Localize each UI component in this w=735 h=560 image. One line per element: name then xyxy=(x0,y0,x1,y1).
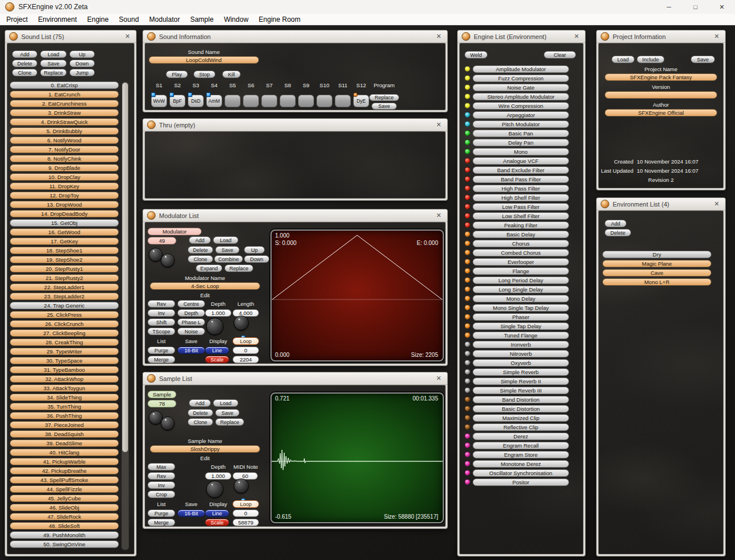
engine-list-item[interactable]: Reflective Clip xyxy=(473,423,569,431)
modulator-index-field[interactable]: 49 xyxy=(148,237,176,244)
menu-item-environment[interactable]: Environment xyxy=(33,14,82,25)
modulator-name-field[interactable]: 4-Sec Loop xyxy=(150,282,260,290)
engine-list-item[interactable]: Peaking Filter xyxy=(473,221,569,229)
sound-list-item[interactable]: 43. SpellPuffSmoke xyxy=(10,476,119,484)
engine-list-item[interactable]: Arpeggiator xyxy=(473,111,569,119)
sound-list-scrollbar[interactable] xyxy=(121,81,129,550)
sound-list-item[interactable]: 49. PushMonolith xyxy=(10,531,119,539)
sound-list-item[interactable]: 36. PushThing xyxy=(10,412,119,419)
midi-knob[interactable] xyxy=(234,479,249,493)
loop-button[interactable]: Loop xyxy=(233,500,259,508)
engine-list-item[interactable]: Long Period Delay xyxy=(473,277,569,284)
stop-button[interactable]: Stop xyxy=(194,71,215,78)
sound-list-item[interactable]: 24. Trap Generic xyxy=(10,302,119,309)
engine-list-item[interactable]: Nitroverb xyxy=(473,350,569,357)
engine-list-item[interactable]: Band Distortion xyxy=(473,396,569,403)
sound-list-item[interactable]: 31. TypeBamboo xyxy=(10,366,119,374)
sound-list-item[interactable]: 18. StepShoe1 xyxy=(10,247,119,254)
sound-list-item[interactable]: 22. StepLadder1 xyxy=(10,283,119,291)
sound-list-item[interactable]: 4. DrinkStrawQuick xyxy=(10,118,119,126)
sound-list-item[interactable]: 40. HitClang xyxy=(10,449,119,456)
line-button[interactable]: Line xyxy=(205,510,229,517)
merge-button[interactable]: Merge xyxy=(148,356,175,363)
sound-list-item[interactable]: 20. StepRusty1 xyxy=(10,265,119,273)
sound-list-item[interactable]: 35. TurnThing xyxy=(10,403,119,410)
sound-list-down-button[interactable]: Down xyxy=(69,60,95,67)
close-icon[interactable]: ✕ xyxy=(434,212,443,219)
engine-list-item[interactable]: High Shelf Filter xyxy=(473,194,569,201)
sound-list-replace-button[interactable]: Replace xyxy=(40,69,67,76)
modulator-down-button[interactable]: Down xyxy=(244,255,269,263)
modulator-replace-button[interactable]: Replace xyxy=(225,265,253,272)
engine-list-item[interactable]: Pitch Modulator xyxy=(473,120,569,128)
sample-load-button[interactable]: Load xyxy=(213,399,238,407)
close-icon[interactable]: ✕ xyxy=(123,33,132,40)
engine-list-item[interactable]: Low Shelf Filter xyxy=(473,212,569,220)
engine-list-item[interactable]: Single Tap Delay xyxy=(473,322,569,330)
clear-button[interactable]: Clear xyxy=(544,51,576,59)
sound-list-item[interactable]: 32. AttackWhop xyxy=(10,375,119,383)
sound-name-field[interactable]: LoopColdWind xyxy=(149,56,259,64)
sound-list-item[interactable]: 1. EatCrunch xyxy=(10,91,119,98)
engine-list-item[interactable]: Analogue VCF xyxy=(473,157,569,165)
scale-button[interactable]: Scale xyxy=(205,519,229,526)
depth-value-field[interactable]: 1.000 xyxy=(205,309,231,317)
environment-list-item[interactable]: Dry xyxy=(602,251,711,258)
sample-rev-button[interactable]: Rev xyxy=(148,472,175,480)
depth-knob[interactable] xyxy=(206,318,223,335)
environment-delete-button[interactable]: Delete xyxy=(605,229,631,236)
sound-list-item[interactable]: 0. EatCrisp xyxy=(10,81,119,89)
menu-item-window[interactable]: Window xyxy=(219,14,254,25)
loop-end-field[interactable]: 2204 xyxy=(233,356,259,363)
sample-name-field[interactable]: SloshDrippy xyxy=(150,445,260,453)
menu-item-sound[interactable]: Sound xyxy=(114,14,144,25)
menu-item-modulator[interactable]: Modulator xyxy=(144,14,185,25)
engine-list-item[interactable]: Engram Recall xyxy=(473,442,569,449)
sound-list-item[interactable]: 23. StepLadder2 xyxy=(10,293,119,300)
engine-list-item[interactable]: Mono Single Tap Delay xyxy=(473,304,569,312)
loop-start-field[interactable]: 0 xyxy=(233,510,259,517)
length-value-field[interactable]: 4.000 xyxy=(233,309,259,317)
engine-list-item[interactable]: Amplitude Modulator xyxy=(473,65,569,73)
sound-list-add-button[interactable]: Add xyxy=(12,50,37,58)
sound-list-item[interactable]: 45. JellyCube xyxy=(10,495,119,502)
engine-list-item[interactable]: Fuzz Compression xyxy=(473,75,569,82)
engine-list-item[interactable]: Basic Pan xyxy=(473,130,569,137)
engine-list-item[interactable]: Derez xyxy=(473,433,569,440)
slot-button[interactable] xyxy=(280,95,296,107)
engine-list-item[interactable]: Delay Pan xyxy=(473,139,569,146)
sound-list-save-button[interactable]: Save xyxy=(40,60,67,67)
sample-add-button[interactable]: Add xyxy=(189,399,211,407)
sound-list-item[interactable]: 29. TypeWriter xyxy=(10,348,119,355)
slot-button[interactable] xyxy=(298,95,314,107)
engine-list-item[interactable]: Maximized Clip xyxy=(473,414,569,422)
project-name-field[interactable]: SFXEngine Pack Fantasy xyxy=(605,73,717,81)
sound-list-item[interactable]: 2. EatCrunchiness xyxy=(10,100,119,107)
purge-button[interactable]: Purge xyxy=(148,510,175,517)
author-field[interactable]: SFXEngine Official xyxy=(605,109,717,116)
sound-list-up-button[interactable]: Up xyxy=(69,50,95,58)
sound-list-item[interactable]: 21. StepRusty2 xyxy=(10,274,119,282)
sample-max-button[interactable]: Max xyxy=(148,463,175,470)
sound-list-item[interactable]: 44. SpellFizzle xyxy=(10,485,119,493)
sound-list-item[interactable]: 10. DropClay xyxy=(10,173,119,181)
modulator-inv-button[interactable]: Inv xyxy=(148,309,175,317)
engine-list-item[interactable]: Flange xyxy=(473,267,569,275)
sound-list-item[interactable]: 34. SlideThing xyxy=(10,394,119,401)
program-replace-button[interactable]: Replace xyxy=(369,94,399,101)
slot-button[interactable] xyxy=(316,95,332,107)
scrollbar-thumb[interactable] xyxy=(122,83,128,452)
sound-list-item[interactable]: 42. PickupBreathe xyxy=(10,467,119,475)
menu-item-project[interactable]: Project xyxy=(1,14,33,25)
menu-item-engine-room[interactable]: Engine Room xyxy=(254,14,306,25)
modulator-up-button[interactable]: Up xyxy=(244,246,265,254)
sound-list-item[interactable]: 12. DropToy xyxy=(10,192,119,199)
engine-list-item[interactable]: Noise Gate xyxy=(473,84,569,91)
scale-button[interactable]: Scale xyxy=(205,356,229,363)
engine-list-item[interactable]: Simple Reverb III xyxy=(473,387,569,394)
depth-knob[interactable] xyxy=(206,481,223,498)
modulator-shift-button[interactable]: Shift xyxy=(148,318,175,326)
engine-list-item[interactable]: Tuned Flange xyxy=(473,332,569,339)
sound-list-clone-button[interactable]: Clone xyxy=(12,69,37,76)
sample-index-field[interactable]: 78 xyxy=(148,400,176,407)
